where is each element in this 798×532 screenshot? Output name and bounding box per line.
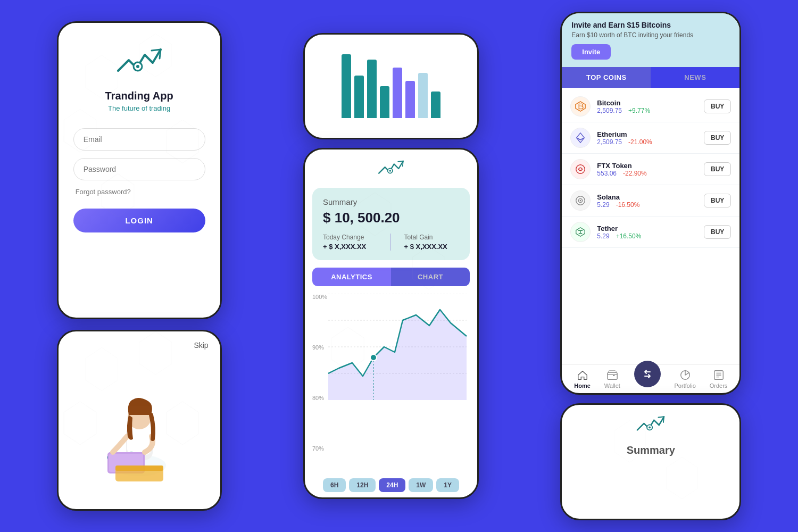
- line-chart: [328, 294, 477, 400]
- ftx-info: FTX Token 553.06 -22.90%: [597, 162, 704, 177]
- etherium-info: Etherium 2,509.75 -21.00%: [597, 130, 704, 146]
- chart-label-100: 100%: [312, 294, 327, 300]
- etherium-icon: [575, 132, 586, 144]
- etherium-price: 2,509.75: [597, 138, 622, 146]
- crypto-phone: Invite and Earn $15 Bitcoins Earn $10 wo…: [560, 12, 741, 395]
- coin-list: Bitcoin 2,509.75 +9.77% BUY: [562, 88, 739, 364]
- invite-subtitle: Earn $10 worth of BTC inviting your frie…: [571, 31, 730, 39]
- ftx-icon: [575, 163, 586, 175]
- invite-banner: Invite and Earn $15 Bitcoins Earn $10 wo…: [562, 13, 739, 67]
- chart-label-80: 80%: [312, 395, 327, 401]
- nav-portfolio[interactable]: Portfolio: [675, 369, 696, 389]
- tab-top-coins[interactable]: TOP COINS: [562, 67, 651, 88]
- ftx-buy-button[interactable]: BUY: [704, 162, 731, 176]
- solana-icon-wrap: [570, 190, 591, 211]
- tether-icon: [575, 226, 586, 238]
- nav-orders-label: Orders: [710, 383, 728, 389]
- tether-info: Tether 5.29 +16.50%: [597, 225, 704, 240]
- bitcoin-name: Bitcoin: [597, 99, 704, 107]
- tether-name: Tether: [597, 225, 704, 232]
- swap-icon: [641, 368, 654, 380]
- etherium-icon-wrap: [570, 128, 591, 148]
- nav-orders[interactable]: Orders: [710, 369, 728, 389]
- bitcoin-price: 2,509.75: [597, 107, 622, 114]
- nav-wallet[interactable]: Wallet: [604, 369, 620, 389]
- bitcoin-buy-button[interactable]: BUY: [704, 99, 731, 113]
- ftx-price: 553.06: [597, 170, 617, 177]
- coins-tab-bar: TOP COINS NEWS: [562, 67, 739, 88]
- nav-swap[interactable]: [634, 371, 661, 387]
- scene: Tranding App The future of trading Forgo…: [0, 0, 798, 532]
- wallet-icon: [606, 369, 618, 381]
- etherium-change: -21.00%: [628, 138, 652, 146]
- left-column: Tranding App The future of trading Forgo…: [57, 21, 222, 511]
- bitcoin-info: Bitcoin 2,509.75 +9.77%: [597, 99, 704, 114]
- chart-area: 100% 90% 80% 70%: [305, 294, 477, 473]
- chart-bar: [418, 73, 428, 118]
- solana-icon: [575, 195, 586, 206]
- solana-buy-button[interactable]: BUY: [704, 194, 731, 207]
- login-phone: Tranding App The future of trading Forgo…: [57, 21, 222, 319]
- tether-price: 5.29: [597, 232, 609, 240]
- bitcoin-icon-wrap: [570, 96, 591, 117]
- chart-label-90: 90%: [312, 344, 327, 351]
- chart-bar: [367, 60, 377, 118]
- coin-row-etherium: Etherium 2,509.75 -21.00% BUY: [562, 122, 739, 154]
- bitcoin-icon: [575, 101, 586, 112]
- chart-label-70: 70%: [312, 445, 327, 452]
- svg-point-23: [580, 200, 581, 202]
- solana-info: Solana 5.29 -16.50%: [597, 193, 704, 209]
- invite-title: Invite and Earn $15 Bitcoins: [571, 21, 730, 29]
- svg-marker-18: [576, 102, 585, 111]
- nav-home-label: Home: [574, 383, 591, 389]
- illustration-phone: Skip: [57, 330, 222, 511]
- nav-portfolio-label: Portfolio: [675, 383, 696, 389]
- chart-y-labels: 100% 90% 80% 70%: [312, 294, 327, 452]
- ftx-name: FTX Token: [597, 162, 704, 170]
- coin-row-tether: Tether 5.29 +16.50% BUY: [562, 217, 739, 248]
- chart-preview-phone: [303, 33, 479, 139]
- ftx-icon-wrap: [570, 159, 591, 179]
- coin-row-bitcoin: Bitcoin 2,509.75 +9.77% BUY: [562, 91, 739, 122]
- home-icon: [577, 369, 588, 381]
- orders-icon: [713, 369, 725, 381]
- bar-chart-preview: [336, 49, 446, 123]
- solana-change: -16.50%: [616, 201, 640, 209]
- tab-news[interactable]: NEWS: [651, 67, 739, 88]
- skip-button[interactable]: Skip: [194, 341, 208, 350]
- bottom-nav: Home Wallet: [562, 364, 739, 393]
- tether-buy-button[interactable]: BUY: [704, 225, 731, 239]
- nav-home[interactable]: Home: [574, 369, 591, 389]
- bitcoin-change: +9.77%: [628, 107, 650, 114]
- coin-row-solana: Solana 5.29 -16.50% BUY: [562, 185, 739, 217]
- svg-rect-25: [608, 372, 617, 379]
- chart-bar: [342, 54, 351, 118]
- analytics-phone: Summary $ 10, 500.20 Today Change + $ X,…: [303, 148, 479, 499]
- chart-bar: [354, 76, 364, 118]
- solana-price: 5.29: [597, 201, 609, 209]
- coin-row-ftx: FTX Token 553.06 -22.90% BUY: [562, 154, 739, 185]
- svg-point-20: [576, 165, 585, 174]
- swap-button[interactable]: [634, 361, 661, 387]
- tether-change: +16.50%: [616, 232, 642, 240]
- chart-bar: [431, 92, 440, 118]
- etherium-name: Etherium: [597, 130, 704, 138]
- portfolio-icon: [679, 369, 691, 381]
- solana-name: Solana: [597, 193, 704, 201]
- summary-partial-phone: Summary: [560, 403, 741, 520]
- ftx-change: -22.90%: [623, 170, 647, 177]
- chart-bar: [380, 86, 389, 118]
- invite-button[interactable]: Invite: [571, 44, 611, 60]
- chart-bar: [393, 68, 402, 118]
- chart-bar: [405, 81, 415, 118]
- etherium-buy-button[interactable]: BUY: [704, 131, 731, 145]
- tether-icon-wrap: [570, 222, 591, 242]
- nav-wallet-label: Wallet: [604, 383, 620, 389]
- right-column: Invite and Earn $15 Bitcoins Earn $10 wo…: [560, 12, 741, 520]
- middle-column: Summary $ 10, 500.20 Today Change + $ X,…: [303, 33, 479, 499]
